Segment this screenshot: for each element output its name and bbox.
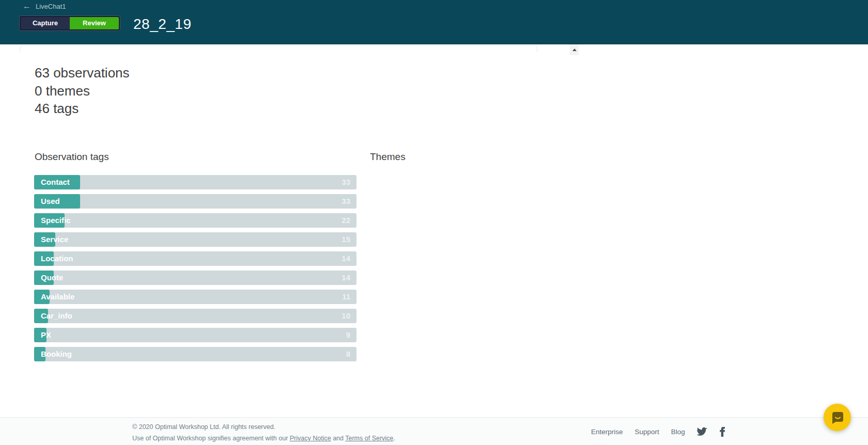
tag-label: Contact — [41, 175, 70, 189]
tag-count: 33 — [342, 194, 350, 209]
tag-label: Car_info — [41, 309, 72, 323]
stat-tags: 46 tags — [35, 100, 130, 118]
tag-count: 33 — [342, 175, 350, 189]
themes-heading: Themes — [370, 151, 406, 163]
observation-tags-heading: Observation tags — [35, 151, 109, 163]
footer-link-blog[interactable]: Blog — [671, 428, 685, 436]
tag-bar-row[interactable]: Quote14 — [34, 271, 357, 285]
facebook-icon[interactable] — [719, 427, 725, 437]
tag-count: 22 — [342, 213, 350, 228]
tag-label: Booking — [41, 347, 72, 361]
footer-link-enterprise[interactable]: Enterprise — [591, 428, 623, 436]
up-arrow-icon — [572, 49, 577, 51]
tag-bar-row[interactable]: Car_info10 — [34, 309, 357, 323]
summary-stats: 63 observations 0 themes 46 tags — [35, 64, 130, 118]
tab-capture[interactable]: Capture — [21, 17, 70, 29]
tag-bar-row[interactable]: Available11 — [34, 290, 357, 304]
agreement-text: Use of Optimal Workshop signifies agreem… — [132, 434, 395, 442]
copyright-text: © 2020 Optimal Workshop Ltd. All rights … — [132, 423, 395, 431]
tab-review[interactable]: Review — [70, 17, 119, 29]
tag-label: Used — [41, 194, 60, 209]
tag-count: 15 — [342, 232, 350, 247]
tag-label: Location — [41, 251, 73, 266]
agreement-prefix: Use of Optimal Workshop signifies agreem… — [132, 435, 290, 442]
tag-bar-row[interactable]: Used33 — [34, 194, 357, 209]
tag-count: 14 — [342, 271, 350, 285]
tag-bar-row[interactable]: Location14 — [34, 251, 357, 266]
tag-count: 8 — [346, 347, 350, 361]
chat-bubble-icon — [830, 410, 845, 425]
tag-bar-row[interactable]: Specific22 — [34, 213, 357, 228]
app-footer: © 2020 Optimal Workshop Ltd. All rights … — [0, 417, 868, 445]
tag-bar-row[interactable]: Contact33 — [34, 175, 357, 189]
tag-count: 10 — [342, 309, 350, 323]
session-title: 28_2_19 — [133, 16, 192, 33]
back-arrow-icon[interactable]: ← — [23, 2, 31, 10]
tag-bar-row[interactable]: Service15 — [34, 232, 357, 247]
footer-link-support[interactable]: Support — [635, 428, 659, 436]
tag-count: 11 — [342, 290, 350, 304]
breadcrumb-label: LiveChat1 — [36, 3, 66, 10]
stat-observations: 63 observations — [35, 64, 130, 82]
twitter-icon[interactable] — [697, 427, 707, 436]
stat-themes: 0 themes — [35, 82, 130, 100]
tag-bar-row[interactable]: PX9 — [34, 328, 357, 342]
footer-legal: © 2020 Optimal Workshop Ltd. All rights … — [132, 423, 395, 442]
tag-label: Specific — [41, 213, 71, 228]
scrollbar-up-button[interactable] — [570, 44, 579, 55]
tag-bar-row[interactable]: Booking8 — [34, 347, 357, 361]
tag-label: Quote — [41, 271, 63, 285]
agreement-mid: and — [331, 435, 346, 442]
tag-label: Available — [41, 290, 74, 304]
agreement-suffix: . — [393, 435, 395, 442]
terms-of-service-link[interactable]: Terms of Service — [345, 435, 393, 442]
footer-nav: Enterprise Support Blog — [591, 418, 725, 445]
content-card-edge — [20, 45, 537, 52]
breadcrumb[interactable]: ← LiveChat1 — [23, 2, 66, 10]
tag-count: 14 — [342, 251, 350, 266]
privacy-notice-link[interactable]: Privacy Notice — [290, 435, 331, 442]
intercom-chat-button[interactable] — [824, 404, 851, 431]
tag-label: PX — [41, 328, 51, 342]
tag-bar-list: Contact33Used33Specific22Service15Locati… — [34, 175, 357, 366]
capture-review-toggle: Capture Review — [19, 15, 120, 31]
app-header: ← LiveChat1 Capture Review 28_2_19 — [0, 0, 868, 44]
tag-label: Service — [41, 232, 68, 247]
tag-count: 9 — [346, 328, 350, 342]
